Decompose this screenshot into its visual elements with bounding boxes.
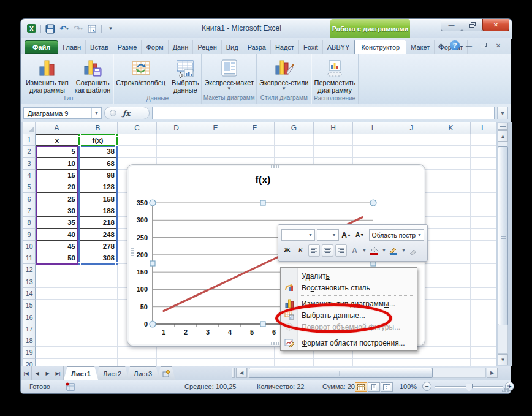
vertical-scroll-thumb[interactable] bbox=[498, 146, 508, 325]
name-box-arrow-icon[interactable]: ▼ bbox=[91, 108, 101, 118]
cell-J2[interactable] bbox=[392, 146, 431, 157]
workbook-minimize-icon[interactable]: — bbox=[463, 40, 474, 50]
cell-B11[interactable]: 308 bbox=[78, 252, 118, 264]
cell-K8[interactable] bbox=[431, 217, 471, 229]
column-header-D[interactable]: D bbox=[157, 122, 196, 134]
prev-sheet-icon[interactable]: ◀ bbox=[32, 366, 42, 380]
cell-I20[interactable] bbox=[353, 359, 392, 366]
cell-A3[interactable]: 10 bbox=[36, 158, 78, 170]
cell-D2[interactable] bbox=[157, 146, 196, 157]
cell-K17[interactable] bbox=[431, 323, 471, 335]
ribbon-tab-Макет[interactable]: Макет bbox=[406, 40, 435, 54]
column-header-B[interactable]: B bbox=[78, 122, 118, 134]
cell-L13[interactable] bbox=[471, 276, 496, 288]
cell-A5[interactable]: 20 bbox=[36, 181, 78, 193]
row-header-20[interactable]: 20 bbox=[23, 359, 36, 366]
cell-C2[interactable] bbox=[118, 146, 157, 157]
align-right-button[interactable] bbox=[335, 244, 347, 257]
menu-item-1[interactable]: Удалить bbox=[281, 270, 416, 282]
resize-grip[interactable] bbox=[502, 385, 509, 392]
cell-K3[interactable] bbox=[431, 158, 471, 170]
format-painter-button[interactable] bbox=[408, 244, 419, 257]
cell-B9[interactable]: 248 bbox=[78, 229, 118, 240]
ribbon-tab-Рецен[interactable]: Рецен bbox=[193, 40, 221, 54]
ribbon-tab-Данн[interactable]: Данн bbox=[169, 40, 194, 54]
zoom-out-icon[interactable]: − bbox=[422, 382, 431, 391]
cell-F20[interactable] bbox=[235, 359, 275, 366]
ribbon-tab-Конструктор[interactable]: Конструктор bbox=[354, 40, 406, 54]
cell-L16[interactable] bbox=[471, 311, 496, 323]
horizontal-scroll-thumb[interactable] bbox=[249, 368, 433, 378]
cell-B18[interactable] bbox=[78, 335, 118, 347]
fill-color-button[interactable] bbox=[368, 244, 380, 257]
cell-L7[interactable] bbox=[471, 205, 496, 217]
scroll-left-icon[interactable]: ◀ bbox=[236, 368, 247, 378]
cell-K5[interactable] bbox=[431, 181, 471, 193]
row-header-15[interactable]: 15 bbox=[23, 300, 36, 311]
scroll-down-icon[interactable]: ▼ bbox=[498, 354, 508, 365]
cell-A6[interactable]: 25 bbox=[36, 193, 78, 205]
undo-icon[interactable]: ↶▾ bbox=[58, 23, 70, 34]
ribbon-tab-Разра[interactable]: Разра bbox=[243, 40, 271, 54]
cell-E19[interactable] bbox=[196, 347, 235, 358]
cell-A17[interactable] bbox=[36, 323, 78, 335]
row-header-2[interactable]: 2 bbox=[23, 146, 36, 157]
column-header-I[interactable]: I bbox=[353, 122, 392, 134]
ribbon-tab-Вид[interactable]: Вид bbox=[222, 40, 243, 54]
cell-K2[interactable] bbox=[431, 146, 471, 157]
plot-area-handle[interactable] bbox=[150, 261, 155, 266]
font-name-combo[interactable]: ▼ bbox=[281, 229, 315, 241]
cell-F1[interactable] bbox=[235, 134, 275, 146]
column-header-E[interactable]: E bbox=[196, 122, 235, 134]
chevron-down-icon[interactable]: ▼ bbox=[416, 233, 424, 237]
insert-sheet-tab[interactable] bbox=[157, 366, 175, 380]
cell-A2[interactable]: 5 bbox=[36, 146, 78, 157]
cell-B20[interactable] bbox=[78, 359, 118, 366]
macro-record-icon[interactable] bbox=[65, 382, 76, 393]
window-minimize-button[interactable]: — bbox=[441, 19, 462, 31]
ribbon-tab-Встав[interactable]: Встав bbox=[86, 40, 113, 54]
cell-J1[interactable] bbox=[392, 134, 431, 146]
ribbon-button[interactable]: Строка/столбец bbox=[113, 56, 168, 88]
column-header-L[interactable]: L bbox=[471, 122, 496, 134]
sheet-tab-Лист2[interactable]: Лист2 bbox=[96, 366, 129, 380]
row-header-10[interactable]: 10 bbox=[23, 241, 36, 252]
page-break-view-button[interactable] bbox=[381, 382, 393, 392]
cell-A7[interactable]: 30 bbox=[36, 205, 78, 217]
column-header-G[interactable]: G bbox=[275, 122, 314, 134]
column-header-H[interactable]: H bbox=[314, 122, 353, 134]
formula-bar-expand-icon[interactable]: ▼ bbox=[497, 107, 508, 119]
column-header-C[interactable]: C bbox=[118, 122, 157, 134]
cell-L18[interactable] bbox=[471, 335, 496, 347]
plot-area-handle[interactable] bbox=[370, 200, 376, 206]
cell-F2[interactable] bbox=[235, 146, 275, 157]
cell-K20[interactable] bbox=[431, 359, 471, 366]
row-header-7[interactable]: 7 bbox=[23, 205, 36, 217]
cell-B1[interactable]: f(x) bbox=[78, 134, 118, 146]
chart-element-combo[interactable]: Область постр▼ bbox=[369, 229, 424, 241]
ribbon-tab-Главн[interactable]: Главн bbox=[58, 40, 86, 54]
last-sheet-icon[interactable]: ▶| bbox=[53, 366, 64, 380]
row-header-4[interactable]: 4 bbox=[23, 170, 36, 181]
cell-L4[interactable] bbox=[471, 170, 496, 181]
fx-icon[interactable]: ƒx bbox=[123, 109, 130, 118]
outline-color-button[interactable] bbox=[388, 244, 400, 257]
cell-J20[interactable] bbox=[392, 359, 431, 366]
bold-button[interactable]: Ж bbox=[281, 244, 293, 257]
plot-area-handle[interactable] bbox=[371, 261, 376, 266]
cell-B15[interactable] bbox=[78, 300, 118, 311]
row-header-5[interactable]: 5 bbox=[23, 181, 36, 193]
next-sheet-icon[interactable]: ▶ bbox=[42, 366, 53, 380]
cell-L8[interactable] bbox=[471, 217, 496, 229]
row-header-12[interactable]: 12 bbox=[23, 264, 36, 276]
name-box[interactable]: Диаграмма 9▼ bbox=[23, 107, 102, 119]
cell-H1[interactable] bbox=[314, 134, 353, 146]
save-icon[interactable] bbox=[44, 23, 56, 34]
help-icon[interactable]: ? bbox=[450, 40, 460, 50]
ribbon-tab-Файл[interactable]: Файл bbox=[25, 40, 58, 54]
plot-area-handle[interactable] bbox=[150, 200, 156, 206]
font-size-combo[interactable]: ▼ bbox=[317, 229, 339, 241]
ribbon-button[interactable]: Экспресс-макет▼ bbox=[202, 56, 256, 92]
cell-L5[interactable] bbox=[471, 181, 496, 193]
scroll-right-icon[interactable]: ▶ bbox=[487, 368, 498, 378]
